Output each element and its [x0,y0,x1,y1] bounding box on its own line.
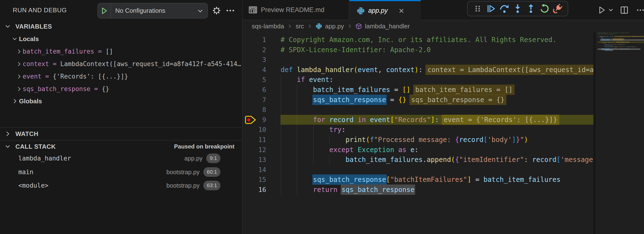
step-out-button[interactable] [526,3,536,14]
variable-event[interactable]: event = {'Records': [{...}]} [16,70,128,83]
watch-section-header[interactable]: WATCH [0,127,242,140]
minimap[interactable]: # Copyright Amazon.com, Inc. or its affi… [594,32,644,234]
stack-frame-main[interactable]: main bootstrap.py 60:1 [0,166,242,179]
code-line-5[interactable]: if event: [280,75,594,85]
run-dropdown-button[interactable] [605,4,616,16]
code-line-10[interactable]: try: [280,125,594,135]
line-number-3[interactable]: 3 [262,55,266,65]
disconnect-button[interactable] [552,3,563,14]
code-line-7[interactable]: sqs_batch_response = {}sqs_batch_respons… [280,95,594,105]
code-line-12[interactable]: except Exception as e: [280,145,594,155]
line-number-12[interactable]: 12 [258,145,266,155]
chevron-down-icon [0,143,16,150]
code-line-16[interactable]: return sqs_batch_response [280,185,594,195]
editor-tab-bar: Preview README.md app.py [242,0,644,20]
line-number-13[interactable]: 13 [258,155,266,165]
debug-status-text: Paused on breakpoint [174,143,234,150]
code-editor[interactable]: 12345678910111213141516 # Copyright Amaz… [242,32,644,234]
equals-sign: = [45,73,49,80]
breadcrumb-folder[interactable]: sqs-lambda [252,23,284,30]
line-number-9[interactable]: 9 [262,115,266,125]
line-number-4[interactable]: 4 [262,65,266,75]
variable-context[interactable]: context = LambdaContext([aws_request_id=… [16,58,241,70]
variable-name: batch_item_failures [22,48,94,55]
frame-position-badge: 9:1 [206,153,220,163]
debug-config-dropdown[interactable]: No Configurations [98,3,208,18]
variable-value: [] [106,48,113,55]
stack-frame-module[interactable]: <module> bootstrap.py 63:1 [0,179,242,192]
restart-button[interactable] [539,3,550,14]
panel-header: RUN AND DEBUG No Configurations [0,0,242,22]
chevron-right-icon[interactable] [16,74,22,80]
line-number-5[interactable]: 5 [262,75,266,85]
line-number-10[interactable]: 10 [258,125,266,135]
variable-batch-item-failures[interactable]: batch_item_failures = [] [16,45,113,58]
frame-file: bootstrap.py [166,182,200,189]
code-content[interactable]: # Copyright Amazon.com, Inc. or its affi… [280,35,594,203]
debug-config-label[interactable]: No Configurations [111,7,193,14]
editor-gutter[interactable]: 12345678910111213141516 [242,35,280,203]
code-line-3[interactable] [280,55,594,65]
variable-name: context [22,60,49,68]
breadcrumb-file[interactable]: app.py [316,23,344,30]
call-stack-section-header[interactable]: CALL STACK Paused on breakpoint [0,140,242,153]
scope-locals[interactable]: Locals [10,33,39,45]
split-editor-button[interactable] [618,4,630,16]
code-line-4[interactable]: def lambda_handler(event, context):conte… [280,65,594,75]
equals-sign: = [94,85,98,93]
code-line-9[interactable]: for record in event["Records"]:event = {… [280,115,594,125]
stack-frame-lambda-handler[interactable]: lambda_handler app.py 9:1 [0,152,242,165]
step-into-button[interactable] [512,3,523,14]
start-debugging-icon[interactable] [98,7,110,15]
minimap-border [594,32,596,234]
chevron-right-icon [0,130,16,137]
frame-file: app.py [184,155,202,162]
equals-sign: = [53,60,56,68]
line-number-7[interactable]: 7 [262,95,266,105]
inline-debug-value: sqs_batch_response = {} [409,95,506,105]
code-line-15[interactable]: sqs_batch_response["batchItemFailures"] … [280,175,594,185]
panel-title: RUN AND DEBUG [13,6,67,14]
frame-position-badge: 60:1 [203,167,220,177]
watch-section-title: WATCH [16,130,38,138]
line-number-16[interactable]: 16 [258,185,266,195]
code-line-1[interactable]: # Copyright Amazon.com, Inc. or its affi… [280,35,594,45]
step-over-button[interactable] [499,3,510,14]
breadcrumb-folder[interactable]: src [296,23,304,30]
frame-name: lambda_handler [18,155,71,162]
line-number-2[interactable]: 2 [262,45,266,55]
line-number-1[interactable]: 1 [262,35,266,45]
chevron-down-icon [0,23,16,30]
scope-globals[interactable]: Globals [11,95,42,107]
more-actions-icon[interactable] [225,5,236,16]
chevron-right-icon [11,98,19,104]
code-line-6[interactable]: batch_item_failures = []batch_item_failu… [280,85,594,95]
line-number-6[interactable]: 6 [262,85,266,95]
more-actions-icon[interactable] [634,4,644,16]
line-number-8[interactable]: 8 [262,105,266,115]
breadcrumb-symbol[interactable]: lambda_handler [356,23,410,30]
chevron-right-icon [287,23,292,29]
code-line-13[interactable]: batch_item_failures.append({"itemIdentif… [280,155,594,165]
chevron-right-icon[interactable] [16,86,22,92]
chevron-down-icon[interactable] [193,7,208,14]
variables-section-header[interactable]: VARIABLES [0,21,242,32]
close-icon[interactable] [398,7,405,14]
code-line-14[interactable] [280,165,594,175]
line-number-15[interactable]: 15 [258,175,266,185]
gear-icon[interactable] [211,5,222,16]
code-line-8[interactable] [280,105,594,115]
chevron-right-icon[interactable] [16,61,22,67]
line-number-11[interactable]: 11 [258,135,266,145]
code-line-11[interactable]: print(f"Processed message: {record['body… [280,135,594,145]
tab-app-py[interactable]: app.py [350,0,421,20]
variable-name: sqs_batch_response [22,85,90,93]
code-line-2[interactable]: # SPDX-License-Identifier: Apache-2.0 [280,45,594,55]
breakpoint-stopped-icon[interactable] [244,115,257,125]
variable-sqs-batch-response[interactable]: sqs_batch_response = {} [16,83,109,95]
chevron-right-icon[interactable] [16,49,22,55]
continue-button[interactable] [486,3,496,14]
line-number-14[interactable]: 14 [258,165,266,175]
drag-handle-icon[interactable] [472,3,483,14]
inline-debug-value: event = {'Records': [{...}]} [442,115,559,125]
